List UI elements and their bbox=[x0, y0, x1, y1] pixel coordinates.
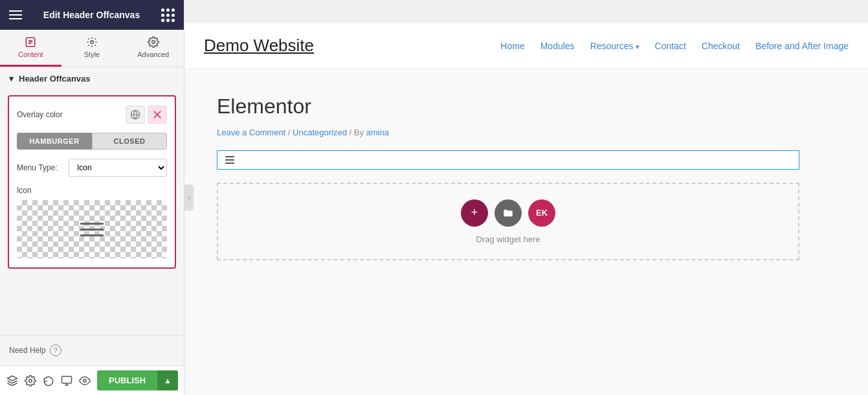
hamburger-btn[interactable]: HAMBURGER bbox=[17, 133, 92, 150]
meta-sep2: / By bbox=[347, 128, 366, 137]
page-content: Elementor Leave a Comment / Uncategorize… bbox=[184, 69, 868, 395]
menu-type-select[interactable]: Icon Text Both bbox=[69, 159, 167, 177]
publish-button[interactable]: PUBLISH bbox=[97, 370, 157, 390]
hamburger-closed-toggle: HAMBURGER CLOSED bbox=[17, 133, 167, 150]
tab-advanced[interactable]: Advanced bbox=[122, 30, 184, 67]
publish-arrow-btn[interactable]: ▲ bbox=[157, 370, 178, 390]
eye-icon[interactable] bbox=[79, 372, 91, 390]
tab-content[interactable]: Content bbox=[0, 30, 61, 67]
leave-comment-link[interactable]: Leave a Comment bbox=[217, 128, 285, 137]
panel-title: Edit Header Offcanvas bbox=[43, 10, 140, 20]
publish-btn-group: PUBLISH ▲ bbox=[97, 370, 178, 390]
highlighted-box: Overlay color bbox=[8, 95, 176, 269]
left-panel: Edit Header Offcanvas Content bbox=[0, 0, 184, 395]
site-title: Demo Website bbox=[204, 36, 314, 56]
custom-color-btn[interactable] bbox=[148, 106, 167, 124]
main-area: Demo Website Home Modules Resources Cont… bbox=[184, 0, 868, 395]
grid-dots-icon[interactable] bbox=[161, 8, 175, 22]
folder-widget-btn[interactable] bbox=[495, 199, 522, 227]
icon-field-label: Icon bbox=[17, 186, 167, 195]
ek-widget-btn[interactable]: EK bbox=[528, 199, 555, 227]
widget-bar[interactable] bbox=[217, 150, 799, 170]
nav-link-resources[interactable]: Resources bbox=[590, 41, 640, 51]
panel-content: Overlay color bbox=[0, 90, 184, 335]
nav-link-checkout[interactable]: Checkout bbox=[702, 41, 740, 51]
hamburger-preview-icon bbox=[80, 223, 104, 236]
overlay-color-row: Overlay color bbox=[17, 106, 167, 124]
svg-marker-10 bbox=[8, 376, 17, 381]
nav-link-contact[interactable]: Contact bbox=[655, 41, 686, 51]
overlay-color-label: Overlay color bbox=[17, 110, 63, 119]
closed-btn[interactable]: CLOSED bbox=[92, 133, 167, 150]
tabs-bar: Content Style Advanced bbox=[0, 30, 184, 67]
svg-rect-12 bbox=[62, 376, 72, 383]
layers-icon[interactable] bbox=[6, 372, 18, 390]
svg-point-5 bbox=[151, 41, 155, 44]
nav-links: Home Modules Resources Contact Checkout … bbox=[500, 41, 849, 51]
tab-content-label: Content bbox=[18, 51, 43, 58]
need-help-row[interactable]: Need Help ? bbox=[0, 335, 184, 365]
hamburger-menu-icon[interactable] bbox=[9, 10, 22, 19]
drag-widget-text: Drag widget here bbox=[476, 234, 540, 244]
tab-style-label: Style bbox=[84, 51, 100, 58]
tab-advanced-label: Advanced bbox=[137, 51, 169, 58]
menu-type-label: Menu Type: bbox=[17, 163, 62, 172]
collapse-arrow-icon: ▾ bbox=[9, 74, 14, 84]
need-help-label: Need Help bbox=[9, 346, 46, 355]
panel-header: Edit Header Offcanvas bbox=[0, 0, 184, 30]
section-title: Header Offcanvas bbox=[19, 74, 91, 84]
settings-icon[interactable] bbox=[25, 372, 36, 390]
svg-point-15 bbox=[83, 379, 87, 382]
responsive-icon[interactable] bbox=[61, 372, 72, 390]
undo-icon[interactable] bbox=[43, 372, 54, 390]
icon-preview[interactable] bbox=[17, 200, 167, 258]
category-link[interactable]: Uncategorized bbox=[293, 128, 347, 137]
collapse-handle[interactable]: ‹ bbox=[184, 185, 194, 210]
admin-bar bbox=[184, 0, 868, 23]
menu-bar-icon bbox=[225, 156, 234, 164]
author-link[interactable]: amina bbox=[366, 128, 389, 137]
drop-area[interactable]: + EK Drag widget here bbox=[217, 183, 799, 260]
menu-type-row: Menu Type: Icon Text Both bbox=[17, 159, 167, 177]
nav-link-before-after[interactable]: Before and After Image bbox=[755, 41, 849, 51]
tab-style[interactable]: Style bbox=[61, 30, 123, 67]
add-widget-btn[interactable]: + bbox=[461, 199, 488, 227]
meta-sep1: / bbox=[285, 128, 293, 137]
nav-link-home[interactable]: Home bbox=[500, 41, 524, 51]
section-header[interactable]: ▾ Header Offcanvas bbox=[0, 67, 184, 90]
color-buttons bbox=[126, 106, 167, 124]
bottom-toolbar: PUBLISH ▲ bbox=[0, 365, 184, 395]
svg-point-4 bbox=[91, 41, 94, 44]
nav-bar: Demo Website Home Modules Resources Cont… bbox=[184, 23, 868, 69]
svg-point-11 bbox=[29, 379, 32, 382]
nav-link-modules[interactable]: Modules bbox=[540, 41, 575, 51]
help-icon: ? bbox=[50, 344, 61, 356]
widget-buttons: + EK bbox=[461, 199, 555, 227]
global-color-btn[interactable] bbox=[126, 106, 145, 124]
post-meta: Leave a Comment / Uncategorized / By ami… bbox=[217, 128, 836, 137]
post-title: Elementor bbox=[217, 95, 836, 119]
